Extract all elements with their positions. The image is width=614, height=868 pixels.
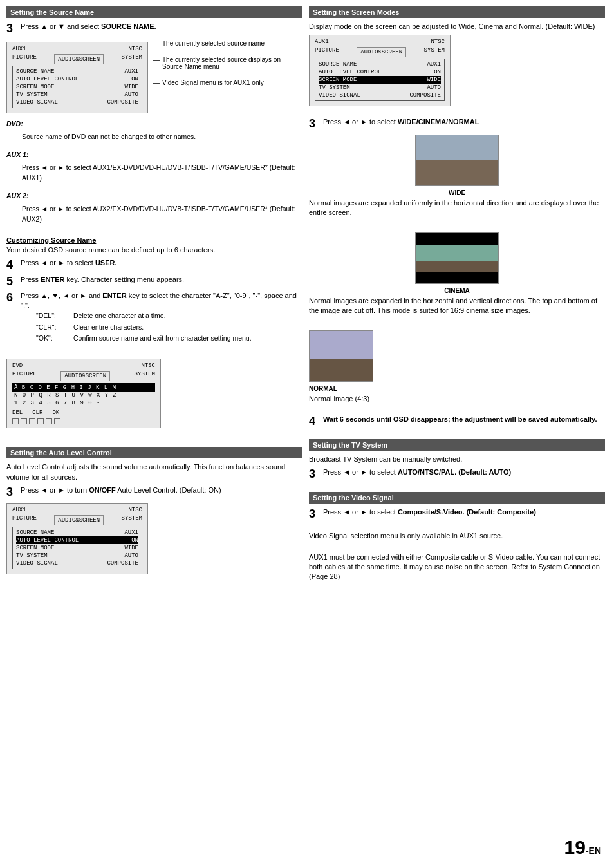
- character-screen: DVD NTSC PICTURE AUDIO&SCREEN SYSTEM A̲B…: [6, 359, 161, 428]
- aux2-text: Press ◄ or ► to select AUX2/EX-DVD/DVD-H…: [22, 204, 302, 225]
- auto-level-screen: AUX1 NTSC PICTURE AUDIO&SCREEN SYSTEM SO…: [6, 503, 148, 574]
- section-auto-level-header: Setting the Auto Level Control: [6, 447, 302, 458]
- wide-caption: WIDE: [309, 189, 605, 196]
- cinema-desc: Normal images are expanded in the horizo…: [309, 296, 605, 316]
- normal-desc: Normal image (4:3): [309, 394, 605, 404]
- step-6-char: 6 Press ▲, ▼, ◄ or ► and ENTER key to se…: [6, 291, 302, 345]
- normal-image: [309, 330, 373, 382]
- cinema-caption: CINEMA: [309, 287, 605, 294]
- screen-modes-desc: Display mode on the screen can be adjust…: [309, 22, 605, 32]
- video-signal-desc2: AUX1 must be connected with either Compo…: [309, 552, 605, 582]
- aux2-label: AUX 2:: [6, 191, 302, 201]
- wide-image: [415, 135, 499, 186]
- aux1-label: AUX 1:: [6, 150, 302, 160]
- source-name-callouts: — The currently selected source name — T…: [153, 39, 302, 117]
- customizing-desc: Your desired OSD source name can be defi…: [6, 245, 302, 255]
- step-3-auto-level: 3 Press ◄ or ► to turn ON/OFF Auto Level…: [6, 486, 302, 500]
- source-name-screen: AUX1 NTSC PICTURE AUDIO&SCREEN SYSTEM SO…: [6, 39, 148, 117]
- normal-caption: NORMAL: [309, 385, 605, 392]
- tv-system-desc: Broadcast TV System can be manually swit…: [309, 455, 605, 464]
- step-3-video-signal: 3 Press ◄ or ► to select Composite/S-Vid…: [309, 507, 605, 522]
- page-layout: Setting the Source Name 3 Press ▲ or ▼ a…: [0, 0, 614, 868]
- source-name-screen-block: AUX1 NTSC PICTURE AUDIO&SCREEN SYSTEM SO…: [6, 39, 302, 117]
- step-3-tv-system: 3 Press ◄ or ► to select AUTO/NTSC/PAL. …: [309, 467, 605, 482]
- dvd-label: DVD:: [6, 119, 302, 129]
- step-5-enter: 5 Press ENTER key. Character setting men…: [6, 275, 302, 289]
- aux1-text: Press ◄ or ► to select AUX1/EX-DVD/DVD-H…: [22, 163, 302, 184]
- step-4-user: 4 Press ◄ or ► to select USER.: [6, 258, 302, 272]
- section-video-signal-header: Setting the Video Signal: [309, 492, 605, 504]
- section-source-name-header: Setting the Source Name: [6, 6, 302, 18]
- screen-modes-screen: AUX1 NTSC PICTURE AUDIO&SCREEN SYSTEM SO…: [309, 35, 451, 106]
- section-screen-modes-header: Setting the Screen Modes: [309, 6, 605, 18]
- left-column: Setting the Source Name 3 Press ▲ or ▼ a…: [6, 6, 302, 862]
- dvd-text: Source name of DVD can not be changed to…: [22, 132, 302, 142]
- section-tv-system-header: Setting the TV System: [309, 439, 605, 451]
- step-4-osd: 4 Wait 6 seconds until OSD disappears; t…: [309, 415, 605, 429]
- auto-level-desc: Auto Level Control adjusts the sound vol…: [6, 462, 302, 482]
- page-number: 19-EN: [564, 836, 602, 858]
- video-signal-desc1: Video Signal selection menu is only avai…: [309, 531, 605, 541]
- step-3-screen-mode: 3 Press ◄ or ► to select WIDE/CINEMA/NOR…: [309, 117, 605, 131]
- wide-desc: Normal images are expanded uniformly in …: [309, 198, 605, 218]
- step-3-source-name: 3 Press ▲ or ▼ and select SOURCE NAME.: [6, 22, 302, 36]
- cinema-image: [415, 232, 499, 284]
- customizing-header: Customizing Source Name: [6, 236, 302, 244]
- right-column: Setting the Screen Modes Display mode on…: [309, 6, 605, 862]
